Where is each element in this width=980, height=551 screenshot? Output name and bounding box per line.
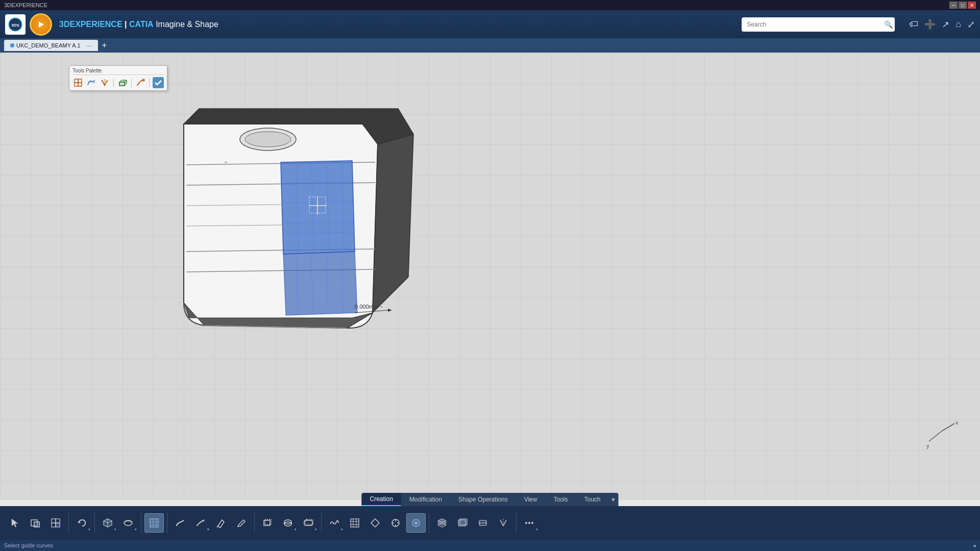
orientation-compass: x y	[924, 413, 960, 449]
pencil-button[interactable]	[232, 513, 251, 533]
svg-line-37	[942, 423, 954, 431]
svg-rect-42	[34, 522, 39, 527]
svg-rect-6	[78, 83, 82, 86]
home-icon[interactable]: ⌂	[955, 19, 961, 30]
icon-toolbar: ▾ ▾ ▾ ▾ ▾ ▾ ▾ ▾	[0, 506, 980, 540]
tab-modification[interactable]: Modification	[401, 493, 450, 506]
tab-shape-operations[interactable]: Shape Operations	[450, 493, 516, 506]
tag-icon[interactable]: 🏷	[909, 19, 918, 30]
view-alt-button[interactable]: ▾	[118, 513, 138, 533]
svg-rect-64	[351, 519, 359, 527]
box-select-button[interactable]	[26, 513, 45, 533]
palette-subdivide-icon[interactable]	[72, 77, 84, 88]
toolbar-separator-6	[321, 513, 322, 533]
svg-text:x: x	[955, 419, 959, 425]
search-input[interactable]	[742, 17, 895, 32]
transform-button[interactable]	[386, 513, 405, 533]
svg-rect-9	[142, 79, 144, 81]
tab-creation[interactable]: Creation	[362, 493, 401, 506]
svg-text:3DS: 3DS	[11, 23, 19, 28]
svg-marker-2	[39, 21, 44, 28]
layers-button[interactable]	[432, 513, 452, 533]
svg-point-79	[525, 522, 527, 524]
toolbar-separator-8	[516, 513, 517, 533]
toolbar-separator-2	[94, 513, 95, 533]
search-button[interactable]: 🔍	[884, 20, 893, 29]
select-tool-button[interactable]	[5, 513, 24, 533]
cut-button[interactable]	[473, 513, 493, 533]
add-icon[interactable]: ➕	[924, 19, 936, 30]
add-tab-button[interactable]: +	[99, 41, 110, 50]
svg-rect-8	[119, 82, 125, 86]
svg-rect-45	[52, 523, 56, 527]
status-right: ◂	[973, 542, 976, 549]
svg-marker-69	[371, 519, 379, 527]
rounded-rect-button[interactable]: ▾	[299, 513, 318, 533]
undo-button[interactable]: ▾	[72, 513, 91, 533]
svg-marker-47	[78, 521, 81, 523]
app-name-label: 3DEXPERIENCE	[4, 2, 47, 8]
svg-rect-46	[56, 523, 60, 527]
multi-select-button[interactable]	[46, 513, 65, 533]
toolbar-separator-7	[429, 513, 429, 533]
circle-button[interactable]: ▾	[278, 513, 298, 533]
curve-arrow-button[interactable]: ▾ ▾	[191, 513, 210, 533]
sketch-button[interactable]	[211, 513, 231, 533]
svg-marker-35	[388, 309, 392, 312]
diamond-button[interactable]	[365, 513, 385, 533]
svg-rect-49	[150, 519, 158, 527]
tab-tools[interactable]: Tools	[545, 493, 576, 506]
svg-line-55	[217, 526, 218, 527]
tab-indicator	[10, 43, 14, 47]
svg-rect-4	[75, 83, 78, 86]
svg-line-38	[929, 431, 942, 441]
status-text: Select guide curves	[4, 542, 53, 548]
expand-icon[interactable]: ⤢	[967, 19, 975, 30]
app-title: 3DEXPERIENCE | CATIA Imagine & Shape	[59, 20, 218, 29]
toolbar-separator-4	[167, 513, 167, 533]
palette-extrude-icon[interactable]	[117, 77, 128, 88]
status-bar: Select guide curves ◂	[0, 540, 980, 551]
minimize-button[interactable]: ─	[949, 2, 958, 9]
svg-text:y: y	[926, 443, 929, 449]
view-cube-button[interactable]: ▾	[98, 513, 117, 533]
tab-view[interactable]: View	[516, 493, 546, 506]
mesh-grid-button[interactable]	[345, 513, 364, 533]
svg-point-78	[528, 522, 530, 524]
tabs-overflow-chevron[interactable]: ▾	[608, 493, 618, 506]
palette-sweep-icon[interactable]	[135, 77, 146, 88]
rectangle3d-button[interactable]	[258, 513, 277, 533]
tab-label: UKC_DEMO_BEAMY A.1	[16, 42, 81, 48]
svg-point-15	[245, 132, 291, 147]
toolbar-separator-1	[68, 513, 69, 533]
maximize-button[interactable]: □	[959, 2, 967, 9]
palette-symmetry-icon[interactable]	[99, 77, 110, 88]
tab-close[interactable]: —	[87, 43, 92, 48]
svg-rect-44	[56, 519, 60, 523]
curve-button[interactable]	[170, 513, 190, 533]
close-button[interactable]: ✕	[968, 2, 976, 9]
window-controls[interactable]: ─ □ ✕	[949, 2, 976, 9]
share-icon[interactable]: ↗	[942, 19, 949, 30]
tab-touch[interactable]: Touch	[576, 493, 608, 506]
palette-smooth-icon[interactable]	[86, 77, 97, 88]
app-logo: 3DS	[5, 14, 26, 35]
svg-rect-43	[52, 519, 56, 523]
surface-button[interactable]	[453, 513, 472, 533]
svg-point-72	[414, 521, 418, 524]
bottom-tabs: Creation Modification Shape Operations V…	[362, 493, 619, 506]
status-expand[interactable]: ◂	[973, 542, 976, 549]
svg-rect-3	[75, 79, 78, 83]
mesh-button[interactable]	[144, 513, 164, 533]
svg-rect-74	[460, 519, 467, 525]
tab-bar: UKC_DEMO_BEAMY A.1 — +	[0, 38, 980, 53]
play-button[interactable]	[30, 13, 52, 36]
more-tools-button[interactable]: ▾	[520, 513, 539, 533]
svg-text:0.000mm→: 0.000mm→	[355, 304, 384, 310]
phone-body	[184, 109, 413, 328]
highlight-button[interactable]	[406, 513, 426, 533]
top-toolbar: 3DS 3DEXPERIENCE | CATIA Imagine & Shape…	[0, 10, 980, 38]
active-tab[interactable]: UKC_DEMO_BEAMY A.1 —	[4, 40, 98, 51]
wave-button[interactable]: ▾	[325, 513, 344, 533]
mirror-button[interactable]	[494, 513, 513, 533]
